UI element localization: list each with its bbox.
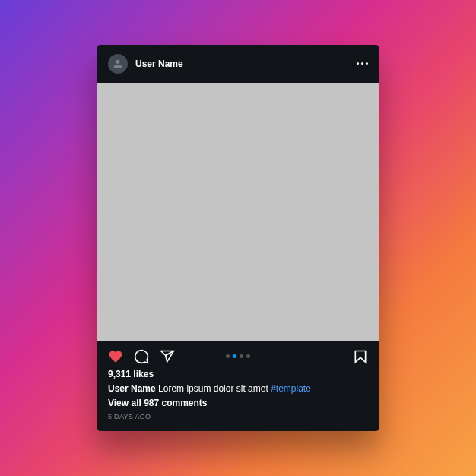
carousel-indicator: [226, 354, 250, 358]
like-icon[interactable]: [108, 349, 123, 364]
carousel-dot: [240, 354, 243, 358]
post-media[interactable]: [97, 83, 379, 341]
svg-marker-2: [355, 351, 365, 362]
carousel-dot-active: [233, 354, 236, 358]
share-icon[interactable]: [160, 349, 175, 364]
caption-text: Lorem ipsum dolor sit amet: [158, 383, 268, 394]
post-actions: [97, 341, 379, 369]
post-header: User Name: [97, 45, 379, 83]
actions-right: [353, 349, 368, 364]
caption: User Name Lorem ipsum dolor sit amet #te…: [108, 382, 368, 395]
post-meta: 9,311 likes User Name Lorem ipsum dolor …: [97, 369, 379, 432]
username[interactable]: User Name: [135, 59, 357, 69]
carousel-dot: [226, 354, 230, 358]
carousel-dot: [246, 354, 250, 358]
view-comments-link[interactable]: View all 987 comments: [108, 398, 368, 408]
actions-left: [108, 349, 175, 364]
caption-hashtag[interactable]: #template: [271, 383, 311, 394]
caption-username[interactable]: User Name: [108, 383, 156, 394]
avatar-placeholder-icon: [112, 58, 124, 70]
post-card: User Name 9: [97, 45, 379, 432]
more-options-icon[interactable]: [357, 62, 368, 65]
bookmark-icon[interactable]: [353, 349, 368, 364]
comment-icon[interactable]: [134, 349, 149, 364]
likes-count[interactable]: 9,311 likes: [108, 369, 368, 379]
timestamp: 5 DAYS AGO: [108, 413, 368, 420]
avatar[interactable]: [108, 54, 128, 74]
